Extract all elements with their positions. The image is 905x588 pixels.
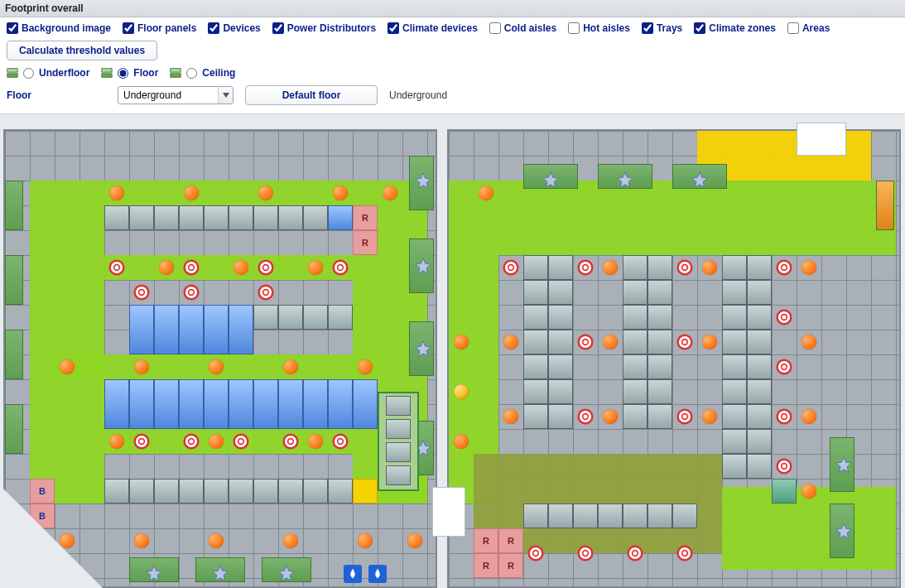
rack[interactable] xyxy=(303,479,328,504)
alert-icon[interactable] xyxy=(772,305,797,330)
sensor-dot-icon[interactable] xyxy=(129,354,154,379)
rack[interactable] xyxy=(747,330,772,354)
alert-icon[interactable] xyxy=(623,541,647,566)
rack[interactable] xyxy=(253,305,278,330)
room-left[interactable]: R R xyxy=(3,129,437,588)
rack[interactable] xyxy=(129,205,154,230)
alert-icon[interactable] xyxy=(179,280,204,305)
alert-icon[interactable] xyxy=(672,330,697,354)
rack[interactable] xyxy=(747,280,772,305)
alert-icon[interactable] xyxy=(328,255,353,280)
radio-underfloor[interactable]: Underfloor xyxy=(7,67,89,79)
rack[interactable] xyxy=(278,479,303,504)
checkbox-trays[interactable]: Trays xyxy=(642,22,682,34)
rack[interactable] xyxy=(179,305,204,354)
alert-icon[interactable] xyxy=(573,255,598,280)
rack[interactable] xyxy=(747,379,772,404)
sensor-dot-icon[interactable] xyxy=(278,528,303,553)
rack[interactable] xyxy=(722,354,747,379)
sensor-dot-icon[interactable] xyxy=(353,354,378,379)
alert-icon[interactable] xyxy=(573,330,598,354)
rack[interactable] xyxy=(253,379,278,429)
rack[interactable] xyxy=(229,305,253,354)
rack[interactable] xyxy=(328,205,353,230)
rack[interactable] xyxy=(253,479,278,504)
alert-icon[interactable] xyxy=(253,255,278,280)
sensor-dot-icon[interactable] xyxy=(154,255,179,280)
sensor-dot-icon[interactable] xyxy=(129,528,154,553)
sensor-dot-icon[interactable] xyxy=(402,528,427,553)
rack[interactable] xyxy=(548,504,573,528)
rack[interactable] xyxy=(548,330,573,354)
sensor-dot-icon[interactable] xyxy=(697,255,722,280)
rack[interactable] xyxy=(647,330,672,354)
calc-threshold-button[interactable]: Calculate threshold values xyxy=(7,41,157,60)
rack[interactable] xyxy=(647,404,672,429)
sensor-dot-icon[interactable] xyxy=(278,354,303,379)
sensor-dot-icon[interactable] xyxy=(204,528,229,553)
rack[interactable] xyxy=(548,404,573,429)
rack[interactable] xyxy=(328,479,353,504)
sensor-dot-icon[interactable] xyxy=(55,354,79,379)
alert-icon[interactable] xyxy=(772,404,797,429)
rack[interactable] xyxy=(523,379,548,404)
rack[interactable] xyxy=(523,404,548,429)
alert-icon[interactable] xyxy=(772,354,797,379)
alert-icon[interactable] xyxy=(129,280,154,305)
rack[interactable] xyxy=(647,280,672,305)
checkbox-climate-dev[interactable]: Climate devices xyxy=(388,22,478,34)
rack[interactable] xyxy=(129,379,154,429)
rack[interactable] xyxy=(647,305,672,330)
rack[interactable] xyxy=(548,305,573,330)
sensor-dot-icon[interactable] xyxy=(697,330,722,354)
rack[interactable] xyxy=(647,354,672,379)
rack[interactable] xyxy=(229,379,253,429)
sensor-dot-icon[interactable] xyxy=(797,479,821,504)
sensor-dot-icon[interactable] xyxy=(104,429,129,454)
pdu[interactable] xyxy=(386,396,411,416)
rack[interactable] xyxy=(179,479,204,504)
alert-icon[interactable] xyxy=(672,255,697,280)
rack[interactable] xyxy=(229,479,253,504)
rack[interactable] xyxy=(278,379,303,429)
chevron-down-icon[interactable] xyxy=(218,87,233,104)
rack[interactable] xyxy=(353,379,378,429)
default-floor-button[interactable]: Default floor xyxy=(245,85,378,105)
rack[interactable] xyxy=(523,330,548,354)
radio-floor[interactable]: Floor xyxy=(101,67,158,79)
sensor-dot-icon[interactable] xyxy=(179,181,204,205)
rack[interactable] xyxy=(623,330,647,354)
rack[interactable] xyxy=(672,504,697,528)
alert-icon[interactable] xyxy=(573,541,598,566)
rack[interactable] xyxy=(747,454,772,479)
rack[interactable] xyxy=(747,404,772,429)
rack[interactable] xyxy=(104,379,129,429)
rack[interactable] xyxy=(278,205,303,230)
sensor-dot-icon[interactable] xyxy=(303,429,328,454)
sensor-dot-icon[interactable] xyxy=(598,330,623,354)
water-sensor-icon[interactable] xyxy=(365,561,390,586)
rack[interactable] xyxy=(303,379,328,429)
alert-icon[interactable] xyxy=(772,454,797,479)
sensor-dot-icon[interactable] xyxy=(353,528,378,553)
sensor-dot-icon[interactable] xyxy=(204,354,229,379)
alert-icon[interactable] xyxy=(672,541,697,566)
rack[interactable] xyxy=(129,305,154,354)
sensor-dot-icon[interactable] xyxy=(229,255,253,280)
rack[interactable] xyxy=(129,479,154,504)
floor-combobox[interactable] xyxy=(118,86,233,104)
rack[interactable] xyxy=(523,280,548,305)
water-sensor-icon[interactable] xyxy=(340,561,365,586)
checkbox-floor-panels[interactable]: Floor panels xyxy=(123,22,196,34)
rack[interactable] xyxy=(548,354,573,379)
checkbox-power[interactable]: Power Distributors xyxy=(272,22,376,34)
rack[interactable] xyxy=(623,255,647,280)
rack[interactable] xyxy=(523,354,548,379)
alert-icon[interactable] xyxy=(498,255,523,280)
rack[interactable] xyxy=(154,479,179,504)
sensor-dot-icon[interactable] xyxy=(797,404,821,429)
rack[interactable] xyxy=(303,205,328,230)
sensor-dot-icon[interactable] xyxy=(303,255,328,280)
rack[interactable] xyxy=(204,379,229,429)
sensor-dot-icon[interactable] xyxy=(498,330,523,354)
